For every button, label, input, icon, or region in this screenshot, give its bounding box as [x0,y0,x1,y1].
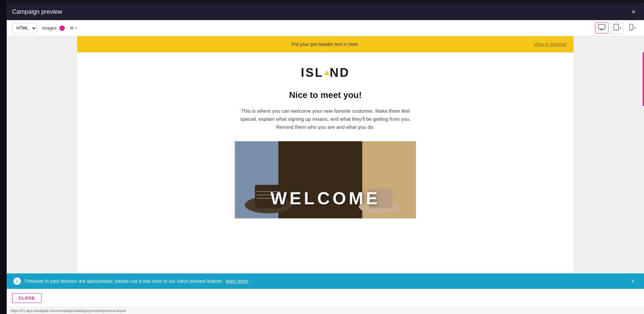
status-url: https://r1-app.dotdigital.com/campaigns/… [11,309,126,313]
images-label: Images [42,25,57,31]
mobile-view-button[interactable]: ▾ [626,22,639,34]
email-body-text: This is where you can welcome your new f… [238,107,413,131]
toolbar-right: ▾ ▾ [595,22,639,34]
tablet-view-button[interactable]: ▾ [611,22,624,34]
logo-triangle [324,70,329,75]
island-logo: ISLND [301,66,350,80]
images-toggle-circle [59,25,65,31]
email-body: ISLND Nice to meet you! This is where yo… [77,52,574,232]
logo-area: ISLND [84,66,567,80]
toolbar-left: HTML Text Images ⧉ ▾ [12,23,77,33]
desktop-view-button[interactable] [595,22,608,34]
preheader-text: Put your pre-header text in here. [291,42,359,47]
welcome-image-bg: WELCOME [235,141,416,218]
html-select[interactable]: HTML Text [12,23,37,33]
copy-dropdown-arrow: ▾ [75,26,77,30]
campaign-preview-modal: Campaign preview × HTML Text Images ⧉ ▾ [7,3,644,314]
status-bar: https://r1-app.dotdigital.com/campaigns/… [7,307,644,314]
welcome-image: WELCOME [235,141,416,218]
svg-rect-0 [598,24,605,29]
notification-text: Previews in your browser are approximate… [25,278,628,284]
notification-bar: i Previews in your browser are approxima… [7,273,644,289]
copy-button[interactable]: ⧉ ▾ [70,25,77,31]
close-area: CLOSE [7,289,644,307]
learn-more-link[interactable]: learn more [226,278,248,284]
scroll-indicator [643,52,644,106]
mobile-dropdown-arrow: ▾ [634,26,636,30]
welcome-text: WELCOME [270,188,380,208]
tablet-dropdown-arrow: ▾ [620,26,621,30]
preview-area[interactable]: Put your pre-header text in here. View i… [7,36,644,273]
modal-header: Campaign preview × [7,3,644,20]
email-headline: Nice to meet you! [84,90,567,100]
preheader-bar: Put your pre-header text in here. View i… [77,36,574,52]
modal-close-button[interactable]: × [629,7,639,17]
email-container: Put your pre-header text in here. View i… [77,36,574,273]
modal-title: Campaign preview [12,8,62,15]
images-toggle[interactable]: Images [42,25,65,31]
close-button[interactable]: CLOSE [12,293,42,303]
info-icon: i [13,277,21,285]
copy-icon: ⧉ [70,25,73,31]
notification-close-button[interactable]: × [628,278,637,285]
view-in-browser-link[interactable]: View in browser [534,42,567,47]
mobile-icon [629,24,633,32]
desktop-icon [598,24,605,32]
modal-toolbar: HTML Text Images ⧉ ▾ [7,20,644,36]
svg-point-5 [616,29,616,30]
svg-point-7 [631,29,632,30]
tablet-icon [613,24,619,32]
